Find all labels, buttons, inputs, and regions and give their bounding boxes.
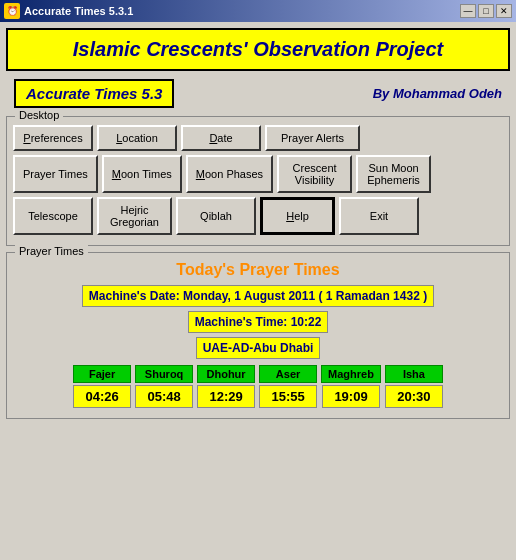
- header-banner: Islamic Crescents' Observation Project: [6, 28, 510, 71]
- date-button[interactable]: Date: [181, 125, 261, 151]
- prayer-col-maghreb: Maghreb19:09: [321, 365, 381, 408]
- crescent-visibility-button[interactable]: CrescentVisibility: [277, 155, 352, 193]
- minimize-button[interactable]: —: [460, 4, 476, 18]
- prayer-label-fajer: Fajer: [73, 365, 131, 383]
- hejric-gregorian-button[interactable]: HejricGregorian: [97, 197, 172, 235]
- maximize-button[interactable]: □: [478, 4, 494, 18]
- location-button[interactable]: Location: [97, 125, 177, 151]
- prayer-label-shuroq: Shuroq: [135, 365, 193, 383]
- prayer-col-shuroq: Shuroq05:48: [135, 365, 193, 408]
- app-icon: ⏰: [4, 3, 20, 19]
- subtitle-right: By Mohammad Odeh: [373, 86, 502, 101]
- title-bar-left: ⏰ Accurate Times 5.3.1: [4, 3, 133, 19]
- prayer-value-maghreb: 19:09: [322, 385, 380, 408]
- prayer-label-isha: Isha: [385, 365, 443, 383]
- sun-moon-ephemeris-button[interactable]: Sun MoonEphemeris: [356, 155, 431, 193]
- telescope-button[interactable]: Telescope: [13, 197, 93, 235]
- prayer-value-aser: 15:55: [259, 385, 317, 408]
- preferences-button[interactable]: Preferences: [13, 125, 93, 151]
- subtitle-left: Accurate Times 5.3: [14, 79, 174, 108]
- exit-button[interactable]: Exit: [339, 197, 419, 235]
- prayer-value-dhohur: 12:29: [197, 385, 255, 408]
- desktop-row2: Prayer Times Moon Times Moon Phases Cres…: [13, 155, 503, 193]
- prayer-times-grid: Fajer04:26Shuroq05:48Dhohur12:29Aser15:5…: [13, 365, 503, 408]
- desktop-row1: Preferences Location Date Prayer Alerts: [13, 125, 503, 151]
- main-content: Islamic Crescents' Observation Project A…: [0, 22, 516, 425]
- prayer-times-group: Prayer Times Today's Prayer Times Machin…: [6, 252, 510, 419]
- prayer-label-aser: Aser: [259, 365, 317, 383]
- help-button[interactable]: Help: [260, 197, 335, 235]
- subtitle-row: Accurate Times 5.3 By Mohammad Odeh: [6, 77, 510, 110]
- prayer-col-fajer: Fajer04:26: [73, 365, 131, 408]
- title-bar: ⏰ Accurate Times 5.3.1 — □ ✕: [0, 0, 516, 22]
- prayer-machine-time: Machine's Time: 10:22: [188, 311, 329, 333]
- desktop-group: Desktop Preferences Location Date Prayer…: [6, 116, 510, 246]
- moon-phases-button[interactable]: Moon Phases: [186, 155, 273, 193]
- prayer-label-maghreb: Maghreb: [321, 365, 381, 383]
- title-bar-text: Accurate Times 5.3.1: [24, 5, 133, 17]
- prayer-times-button[interactable]: Prayer Times: [13, 155, 98, 193]
- qiblah-button[interactable]: Qiblah: [176, 197, 256, 235]
- prayer-times-title: Today's Prayer Times: [13, 261, 503, 279]
- title-bar-controls: — □ ✕: [460, 4, 512, 18]
- prayer-col-isha: Isha20:30: [385, 365, 443, 408]
- prayer-group-label: Prayer Times: [15, 245, 88, 257]
- prayer-label-dhohur: Dhohur: [197, 365, 255, 383]
- moon-times-button[interactable]: Moon Times: [102, 155, 182, 193]
- close-button[interactable]: ✕: [496, 4, 512, 18]
- prayer-col-aser: Aser15:55: [259, 365, 317, 408]
- prayer-date: Machine's Date: Monday, 1 August 2011 ( …: [82, 285, 434, 307]
- prayer-alerts-button[interactable]: Prayer Alerts: [265, 125, 360, 151]
- prayer-value-fajer: 04:26: [73, 385, 131, 408]
- prayer-col-dhohur: Dhohur12:29: [197, 365, 255, 408]
- prayer-value-shuroq: 05:48: [135, 385, 193, 408]
- desktop-row3: Telescope HejricGregorian Qiblah Help Ex…: [13, 197, 503, 235]
- desktop-group-label: Desktop: [15, 109, 63, 121]
- prayer-location: UAE-AD-Abu Dhabi: [196, 337, 321, 359]
- prayer-value-isha: 20:30: [385, 385, 443, 408]
